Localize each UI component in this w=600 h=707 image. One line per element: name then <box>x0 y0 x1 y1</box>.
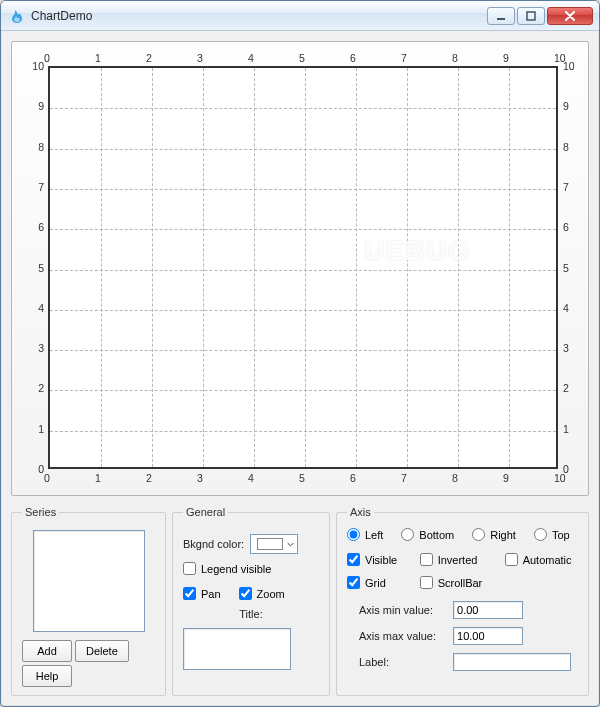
axis-scrollbar-checkbox[interactable]: ScrollBar <box>420 576 485 589</box>
pan-checkbox[interactable]: Pan <box>183 587 221 600</box>
group-general: General Bkgnd color: Legend visible Pan <box>172 506 330 696</box>
window: ChartDemo 001122334455667788991010001122… <box>0 0 600 707</box>
axis-max-input[interactable] <box>453 627 523 645</box>
axis-label-label: Label: <box>359 656 443 668</box>
svg-rect-1 <box>527 12 535 20</box>
axis-label-input[interactable] <box>453 653 571 671</box>
group-general-legend: General <box>183 506 228 518</box>
axis-grid-checkbox[interactable]: Grid <box>347 576 400 589</box>
pan-input[interactable] <box>183 587 196 600</box>
axis-min-label: Axis min value: <box>359 604 443 616</box>
axis-right-radio[interactable]: Right <box>472 528 516 541</box>
series-listbox[interactable] <box>33 530 145 632</box>
bkgnd-color-label: Bkgnd color: <box>183 538 244 550</box>
delete-button[interactable]: Delete <box>75 640 129 662</box>
title-label: Title: <box>239 608 262 620</box>
group-series: Series Add Delete Help <box>11 506 166 696</box>
axis-bottom-radio[interactable]: Bottom <box>401 528 454 541</box>
zoom-checkbox[interactable]: Zoom <box>239 587 285 600</box>
window-title: ChartDemo <box>31 9 92 23</box>
axis-inverted-checkbox[interactable]: Inverted <box>420 553 485 566</box>
axis-top-radio[interactable]: Top <box>534 528 570 541</box>
group-axis: Axis Left Bottom Right Top Visible Inver… <box>336 506 589 696</box>
titlebar[interactable]: ChartDemo <box>1 1 599 31</box>
add-button[interactable]: Add <box>22 640 72 662</box>
bkgnd-color-swatch <box>257 538 283 550</box>
title-input[interactable] <box>183 628 291 670</box>
axis-visible-checkbox[interactable]: Visible <box>347 553 400 566</box>
minimize-button[interactable] <box>487 7 515 25</box>
axis-automatic-checkbox[interactable]: Automatic <box>505 553 574 566</box>
axis-min-input[interactable] <box>453 601 523 619</box>
bkgnd-color-combo[interactable] <box>250 534 298 554</box>
group-series-legend: Series <box>22 506 59 518</box>
chevron-down-icon <box>287 541 294 548</box>
app-icon <box>9 8 25 24</box>
close-button[interactable] <box>547 7 593 25</box>
zoom-input[interactable] <box>239 587 252 600</box>
svg-rect-0 <box>497 18 505 20</box>
maximize-button[interactable] <box>517 7 545 25</box>
group-axis-legend: Axis <box>347 506 374 518</box>
legend-visible-checkbox[interactable]: Legend visible <box>183 562 271 575</box>
chart-area[interactable]: 0011223344556677889910100011223344556677… <box>20 50 580 487</box>
chart-panel: 0011223344556677889910100011223344556677… <box>11 41 589 496</box>
help-button[interactable]: Help <box>22 665 72 687</box>
axis-max-label: Axis max value: <box>359 630 443 642</box>
legend-visible-input[interactable] <box>183 562 196 575</box>
axis-left-radio[interactable]: Left <box>347 528 383 541</box>
